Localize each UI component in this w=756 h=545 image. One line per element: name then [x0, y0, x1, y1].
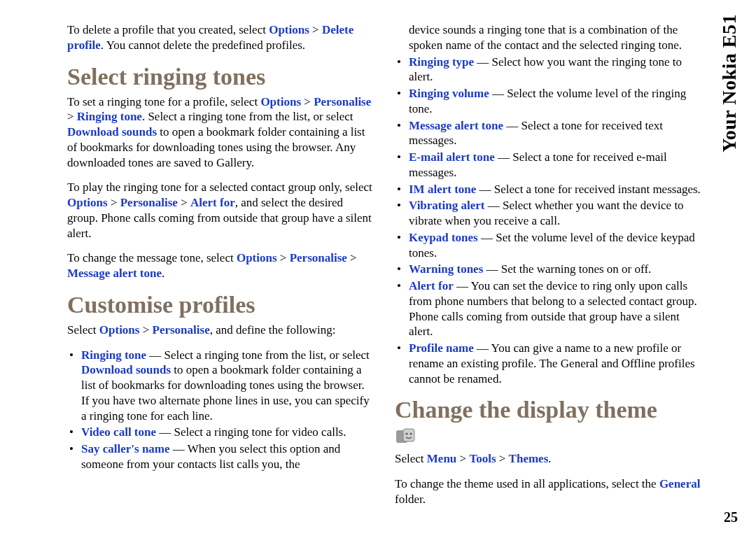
text: >: [309, 23, 322, 36]
option-label: Options: [260, 95, 301, 108]
section-title-sidebar: Your Nokia E51: [718, 14, 741, 153]
list-item: Ringing type — Select how you want the r…: [395, 55, 703, 85]
option-label: Personalise: [290, 251, 347, 264]
text: To change the theme used in all applicat…: [395, 477, 659, 490]
bullet-list: Ringing type — Select how you want the r…: [395, 55, 703, 387]
list-item: Warning tones — Set the warning tones on…: [395, 262, 703, 277]
text: >: [301, 95, 314, 108]
text: To delete a profile that you created, se…: [67, 23, 269, 36]
text: >: [347, 251, 357, 264]
option-label: Ringing type: [409, 55, 474, 69]
option-label: Personalise: [314, 95, 371, 108]
option-label: IM alert tone: [409, 183, 476, 196]
paragraph: Select Menu > Tools > Themes.: [395, 451, 703, 467]
text: . You cannot delete the predefined profi…: [101, 38, 305, 52]
text: — Select a ringing tone from the list, o…: [146, 348, 370, 362]
option-label: Video call tone: [81, 425, 156, 439]
list-item: Keypad tones — Set the volume level of t…: [395, 230, 703, 261]
list-item: Say caller's name — When you select this…: [67, 441, 375, 472]
paragraph: To change the message tone, select Optio…: [67, 250, 375, 281]
text: To set a ringing tone for a profile, sel…: [67, 95, 260, 108]
option-label: Download sounds: [81, 363, 171, 376]
paragraph: To change the theme used in all applicat…: [395, 476, 703, 507]
option-label: Keypad tones: [409, 231, 478, 244]
option-label: Alert for: [409, 279, 454, 292]
option-label: Message alert tone: [409, 119, 503, 132]
text: To play the ringing tone for a selected …: [67, 181, 372, 194]
list-item: Profile name — You can give a name to a …: [395, 341, 703, 386]
list-item: IM alert tone — Select a tone for receiv…: [395, 182, 703, 197]
option-label: E-mail alert tone: [409, 150, 495, 164]
svg-point-2: [406, 433, 408, 435]
list-item: Vibrating alert — Select whether you wan…: [395, 198, 703, 229]
option-label: Personalise: [153, 323, 210, 337]
page-number: 25: [724, 509, 738, 525]
option-label: Ringing tone: [81, 348, 146, 362]
heading-select-ringing-tones: Select ringing tones: [67, 63, 375, 90]
text: folder.: [395, 493, 426, 506]
option-label: Ringing tone: [77, 110, 142, 123]
text: >: [108, 196, 120, 209]
option-label: Download sounds: [67, 125, 157, 139]
text: Select: [395, 452, 427, 465]
text: . Select a ringing tone from the list, o…: [142, 110, 354, 123]
text: .: [548, 452, 551, 465]
paragraph-continuation: device sounds a ringing tone that is a c…: [395, 22, 703, 53]
text: Select: [67, 323, 99, 337]
text: >: [277, 251, 290, 264]
option-label: Themes: [509, 452, 549, 465]
svg-point-3: [410, 433, 412, 435]
text: >: [139, 323, 152, 337]
option-label: Message alert tone: [67, 267, 162, 280]
option-label: Profile name: [409, 341, 474, 355]
option-label: Vibrating alert: [409, 199, 484, 212]
column-left: To delete a profile that you created, se…: [67, 22, 375, 531]
option-label: Alert for: [190, 196, 235, 209]
paragraph: Select Options > Personalise, and define…: [67, 323, 375, 338]
option-label: Say caller's name: [81, 442, 170, 455]
heading-customise-profiles: Customise profiles: [67, 291, 375, 318]
option-label: Options: [237, 251, 277, 264]
list-item: Alert for — You can set the device to ri…: [395, 278, 703, 339]
bullet-list: Ringing tone — Select a ringing tone fro…: [67, 348, 375, 472]
list-item: Ringing volume — Select the volume level…: [395, 86, 703, 117]
text: .: [162, 267, 164, 280]
text: — Set the warning tones on or off.: [483, 262, 651, 276]
svg-rect-1: [403, 429, 414, 441]
paragraph: To play the ringing tone for a selected …: [67, 180, 375, 241]
option-label: Ringing volume: [409, 87, 489, 100]
manual-page: To delete a profile that you created, se…: [0, 0, 756, 545]
text: >: [496, 452, 509, 465]
option-label: General: [659, 477, 701, 490]
text: , and define the following:: [210, 323, 336, 337]
text: >: [67, 110, 77, 123]
heading-change-display-theme: Change the display theme: [395, 396, 703, 423]
text: >: [178, 196, 190, 209]
option-label: Options: [99, 323, 140, 337]
paragraph: To delete a profile that you created, se…: [67, 22, 375, 53]
option-label: Warning tones: [409, 262, 483, 276]
list-item: Video call tone — Select a ringing tone …: [67, 425, 375, 440]
option-label: Personalise: [120, 196, 178, 209]
column-right: device sounds a ringing tone that is a c…: [395, 22, 703, 531]
option-label: Options: [269, 23, 309, 36]
text: To change the message tone, select: [67, 251, 237, 264]
text: — Select a tone for received instant mes…: [476, 183, 701, 196]
paragraph: To set a ringing tone for a profile, sel…: [67, 94, 375, 171]
list-item: E-mail alert tone — Select a tone for re…: [395, 150, 703, 181]
list-item: Message alert tone — Select a tone for r…: [395, 118, 703, 149]
themes-icon: [395, 427, 419, 446]
option-label: Menu: [427, 452, 457, 465]
option-label: Tools: [469, 452, 496, 465]
text: >: [456, 452, 469, 465]
option-label: Options: [67, 196, 108, 209]
list-item: Ringing tone — Select a ringing tone fro…: [67, 348, 375, 424]
text: — Select a ringing tone for video calls.: [156, 425, 346, 439]
